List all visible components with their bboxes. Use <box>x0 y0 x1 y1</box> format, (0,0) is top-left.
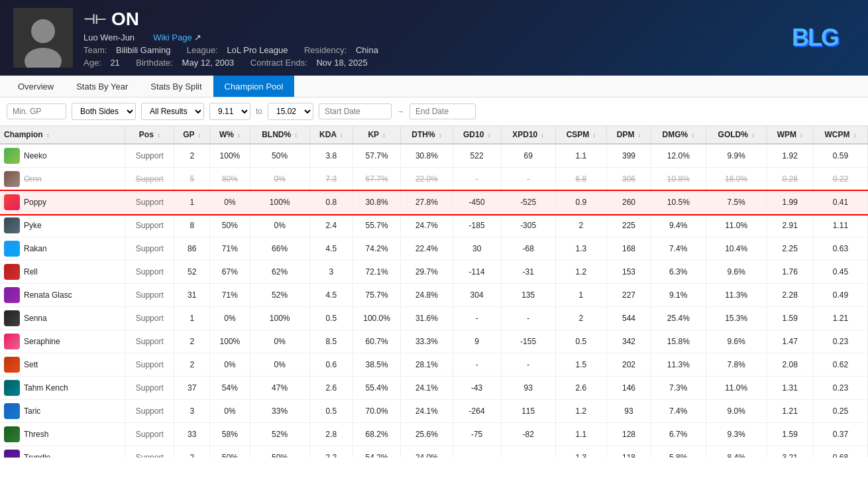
champion-pool-table-container: Champion ↕ Pos ↕ GP ↕ W% ↕ BLND% ↕ KDA ↕… <box>0 126 868 458</box>
player-info: ⊣⊢ ON Luo Wen-Jun Wiki Page ↗ Team: Bili… <box>83 9 855 68</box>
alias-text: ON <box>111 9 139 30</box>
cell-wcpm: 0.59 <box>813 144 867 168</box>
tab-overview[interactable]: Overview <box>7 76 65 97</box>
cell-dth: 29.7% <box>401 261 453 284</box>
cell-gold: 11.3% <box>706 284 767 307</box>
cell-xpd10: 69 <box>501 144 555 168</box>
cell-kda: 2.6 <box>309 377 353 400</box>
cell-w: 54% <box>210 377 250 400</box>
cell-gold: 11.0% <box>706 377 767 400</box>
col-dmg[interactable]: DMG% ↕ <box>651 126 706 144</box>
col-kp[interactable]: KP ↕ <box>353 126 400 144</box>
cell-kda: 0.6 <box>309 353 353 377</box>
cell-wpm: 2.28 <box>767 284 813 307</box>
col-dth[interactable]: DTH% ↕ <box>401 126 453 144</box>
results-select[interactable]: All Results <box>141 103 204 120</box>
col-gd10[interactable]: GD10 ↕ <box>453 126 501 144</box>
cell-cspm: 1.3 <box>555 237 607 261</box>
table-row: Senna Support10%100%0.5100.0%31.6%--2544… <box>0 307 868 330</box>
cell-blnd: 33% <box>250 400 309 423</box>
player-team-meta: Team: Bilibili Gaming League: LoL Pro Le… <box>83 45 855 55</box>
cell-champion: Senna <box>0 307 125 330</box>
col-wpm[interactable]: WPM ↕ <box>767 126 813 144</box>
alias-icon: ⊣⊢ <box>83 11 106 27</box>
cell-wpm: 2.91 <box>767 214 813 237</box>
cell-kp: 55.4% <box>353 377 400 400</box>
min-gp-input[interactable] <box>7 103 66 119</box>
cell-gp: 33 <box>174 423 210 446</box>
cell-blnd: 62% <box>250 261 309 284</box>
cell-blnd: 0% <box>250 353 309 377</box>
svg-point-1 <box>31 19 55 43</box>
cell-xpd10: - <box>501 353 555 377</box>
cell-blnd: 0% <box>250 214 309 237</box>
champion-name: Rakan <box>24 244 47 253</box>
col-wcpm[interactable]: WCPM ↕ <box>813 126 867 144</box>
cell-w: 71% <box>210 284 250 307</box>
sides-select[interactable]: Both Sides <box>72 103 136 120</box>
cell-dth: 22.0% <box>401 168 453 191</box>
cell-pos: Support <box>125 144 174 168</box>
cell-kda: 2.4 <box>309 214 353 237</box>
cell-gd10: -114 <box>453 261 501 284</box>
cell-gold: 18.0% <box>706 168 767 191</box>
col-w[interactable]: W% ↕ <box>210 126 250 144</box>
cell-dth: 27.8% <box>401 191 453 214</box>
nav-tabs: Overview Stats By Year Stats By Split Ch… <box>0 76 868 97</box>
col-dpm[interactable]: DPM ↕ <box>607 126 651 144</box>
cell-w: 71% <box>210 237 250 261</box>
cell-cspm: 0.5 <box>555 330 607 353</box>
cell-dth: 33.3% <box>401 330 453 353</box>
cell-w: 0% <box>210 191 250 214</box>
cell-kda: 3.8 <box>309 144 353 168</box>
player-name: Luo Wen-Jun <box>83 32 135 42</box>
champion-name: Trundle <box>24 453 50 458</box>
cell-gp: 37 <box>174 377 210 400</box>
champion-name: Thresh <box>24 430 48 439</box>
patch-to-select[interactable]: 15.02 <box>268 103 313 120</box>
cell-w: 100% <box>210 330 250 353</box>
cell-wpm: 1.21 <box>767 400 813 423</box>
start-date-input[interactable] <box>319 103 392 119</box>
contract-label: Contract Ends: <box>250 58 307 68</box>
col-kda[interactable]: KDA ↕ <box>309 126 353 144</box>
cell-pos: Support <box>125 307 174 330</box>
table-row: Taric Support30%33%0.570.0%24.1%-2641151… <box>0 400 868 423</box>
table-row: Sett Support20%0%0.638.5%28.1%--1.520211… <box>0 353 868 377</box>
player-alias: ⊣⊢ ON <box>83 9 855 30</box>
age-label: Age: <box>83 58 101 68</box>
cell-kp: 57.7% <box>353 144 400 168</box>
end-date-input[interactable] <box>409 103 476 119</box>
col-cspm[interactable]: CSPM ↕ <box>555 126 607 144</box>
cell-champion: Rell <box>0 261 125 284</box>
champion-name: Ornn <box>24 174 42 184</box>
col-champion[interactable]: Champion ↕ <box>0 126 125 144</box>
cell-blnd: 100% <box>250 191 309 214</box>
col-gold[interactable]: GOLD% ↕ <box>706 126 767 144</box>
cell-wcpm: 0.37 <box>813 423 867 446</box>
col-pos[interactable]: Pos ↕ <box>125 126 174 144</box>
cell-wcpm: 0.23 <box>813 330 867 353</box>
cell-gold: 9.3% <box>706 423 767 446</box>
cell-w: 50% <box>210 446 250 458</box>
col-gp[interactable]: GP ↕ <box>174 126 210 144</box>
wiki-link[interactable]: Wiki Page <box>153 32 192 42</box>
cell-w: 0% <box>210 400 250 423</box>
col-blnd[interactable]: BLND% ↕ <box>250 126 309 144</box>
champion-name: Rell <box>24 267 38 277</box>
tab-stats-by-split[interactable]: Stats By Split <box>139 76 213 97</box>
champion-icon <box>4 264 20 280</box>
cell-gd10: -75 <box>453 423 501 446</box>
team-value: Bilibili Gaming <box>116 45 170 55</box>
tab-stats-by-year[interactable]: Stats By Year <box>65 76 139 97</box>
col-xpd10[interactable]: XPD10 ↕ <box>501 126 555 144</box>
cell-kp: 67.7% <box>353 168 400 191</box>
patch-from-select[interactable]: 9.11 <box>209 103 250 120</box>
cell-blnd: 47% <box>250 377 309 400</box>
cell-gold: 9.6% <box>706 330 767 353</box>
cell-gp: 1 <box>174 307 210 330</box>
cell-pos: Support <box>125 400 174 423</box>
cell-kp: 75.7% <box>353 284 400 307</box>
cell-w: 80% <box>210 168 250 191</box>
tab-champion-pool[interactable]: Champion Pool <box>213 76 295 97</box>
